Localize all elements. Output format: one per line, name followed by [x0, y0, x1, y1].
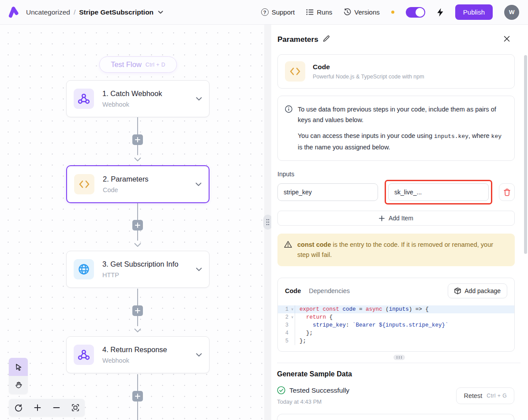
test-flow-button[interactable]: Test Flow Ctrl + D	[99, 56, 177, 73]
inputs-label: Inputs	[277, 171, 521, 178]
add-step-button[interactable]	[132, 305, 143, 316]
code-icon	[74, 174, 94, 194]
versions-button[interactable]: Versions	[344, 8, 380, 16]
pan-hand-tool-button[interactable]	[9, 376, 28, 394]
add-step-button[interactable]	[132, 134, 143, 145]
warning-text: const code is the entry to the code. If …	[297, 240, 507, 260]
avatar[interactable]: W	[504, 5, 519, 20]
zoom-out-icon[interactable]	[49, 400, 64, 415]
node-title: 2. Parameters	[103, 175, 187, 183]
step-type-card: Code Powerful Node.js & TypeScript code …	[277, 54, 515, 89]
test-status-text: Tested Successfully	[289, 387, 349, 394]
toggle-knob	[416, 8, 424, 17]
warning-banner: const code is the entry to the code. If …	[277, 234, 515, 266]
versions-label: Versions	[354, 8, 380, 16]
info-note: To use data from previous steps in your …	[277, 96, 515, 161]
chevron-down-icon[interactable]	[196, 265, 202, 273]
add-package-label: Add package	[464, 287, 501, 294]
package-icon	[454, 287, 461, 294]
node-title: 4. Return Response	[102, 346, 187, 354]
breadcrumb-category[interactable]: Uncategorized	[26, 8, 70, 16]
arrow-down-icon	[134, 326, 142, 334]
node-catch-webhook[interactable]: 1. Catch Webhook Webhook	[66, 80, 210, 117]
node-subtitle: Webhook	[102, 101, 187, 108]
breadcrumb-separator: /	[74, 8, 75, 16]
plus-icon	[379, 216, 385, 221]
arrow-down-icon	[134, 241, 142, 249]
flow-menu-chevron-icon[interactable]	[158, 11, 163, 14]
breadcrumb: Uncategorized / Stripe GetSubscription	[26, 8, 163, 16]
runs-button[interactable]: Runs	[306, 8, 332, 16]
step-type-title: Code	[313, 63, 424, 71]
tab-code[interactable]: Code	[285, 287, 301, 294]
test-flow-shortcut: Ctrl + D	[146, 62, 165, 68]
flow-canvas[interactable]: Test Flow Ctrl + D 1. Catch Webhook Webh…	[0, 25, 264, 420]
add-item-button[interactable]: Add Item	[277, 211, 515, 226]
retest-shortcut: Ctrl + G	[487, 393, 507, 399]
delete-input-button[interactable]	[499, 183, 515, 201]
support-label: Support	[272, 8, 295, 16]
panel-split-grip-icon[interactable]	[393, 355, 405, 360]
node-title: 1. Catch Webhook	[102, 89, 187, 98]
zoom-in-icon[interactable]	[30, 400, 45, 415]
webhook-icon	[74, 345, 94, 365]
code-editor-card: Code Dependencies Add package 1∨export c…	[277, 278, 515, 352]
warning-triangle-icon	[284, 241, 292, 260]
input-key-value-row	[277, 180, 515, 204]
output-card: Output	[277, 414, 514, 420]
select-tool-button[interactable]	[9, 358, 28, 376]
add-package-button[interactable]: Add package	[448, 283, 507, 298]
step-type-subtitle: Powerful Node.js & TypeScript code with …	[313, 74, 424, 80]
bolt-icon[interactable]	[437, 8, 444, 17]
test-flow-label: Test Flow	[111, 60, 142, 69]
node-parameters[interactable]: 2. Parameters Code	[66, 165, 210, 203]
publish-button[interactable]: Publish	[455, 4, 493, 20]
add-step-button[interactable]	[132, 220, 143, 230]
chevron-down-icon[interactable]	[196, 351, 202, 359]
runs-label: Runs	[317, 8, 332, 16]
code-lines[interactable]: 1∨export const code = async (inputs) => …	[278, 303, 514, 345]
tab-dependencies[interactable]: Dependencies	[309, 287, 350, 294]
step-settings-panel: Parameters Code Powerful Node.js & TypeS…	[271, 25, 528, 420]
info-icon	[285, 105, 292, 152]
support-button[interactable]: ? Support	[261, 8, 295, 16]
add-step-button[interactable]	[132, 391, 143, 401]
node-get-subscription-info[interactable]: 3. Get Subscription Info HTTP	[66, 251, 210, 288]
arrow-down-icon	[134, 155, 142, 163]
canvas-zoom-toolbar	[9, 399, 85, 416]
reset-view-icon[interactable]	[11, 400, 26, 415]
highlight-red-box	[385, 180, 492, 204]
app-logo-icon[interactable]	[8, 6, 20, 18]
input-key-field[interactable]	[277, 183, 378, 201]
versions-history-icon	[344, 8, 351, 16]
chevron-down-icon[interactable]	[195, 180, 202, 188]
node-return-response[interactable]: 4. Return Response Webhook	[66, 336, 210, 373]
close-panel-icon[interactable]	[504, 36, 510, 44]
globe-icon	[74, 259, 94, 279]
node-subtitle: HTTP	[102, 271, 187, 279]
rename-pencil-icon[interactable]	[323, 35, 330, 44]
test-timestamp: Today at 4:43 PM	[277, 398, 349, 405]
panel-scrollbar[interactable]	[524, 55, 527, 254]
pointer-tool-group	[9, 358, 28, 394]
flow-enabled-toggle[interactable]	[406, 7, 425, 18]
help-icon: ?	[261, 8, 269, 16]
generate-sample-data-section: Generate Sample Data Tested Successfully…	[277, 363, 521, 420]
status-dot	[391, 11, 394, 14]
fit-view-icon[interactable]	[68, 400, 83, 415]
panel-resizer[interactable]	[264, 25, 271, 420]
flow-name[interactable]: Stripe GetSubscription	[79, 8, 154, 16]
info-paragraph-2: You can access these inputs in your code…	[298, 130, 506, 152]
node-title: 3. Get Subscription Info	[102, 260, 187, 268]
top-header: Uncategorized / Stripe GetSubscription ?…	[0, 0, 528, 25]
input-value-field[interactable]	[388, 183, 489, 201]
node-subtitle: Code	[103, 186, 187, 193]
chevron-down-icon[interactable]	[196, 95, 202, 103]
code-icon	[285, 61, 305, 82]
generate-sample-data-title: Generate Sample Data	[277, 370, 521, 378]
webhook-icon	[74, 89, 94, 109]
retest-button[interactable]: Retest Ctrl + G	[456, 387, 514, 404]
info-paragraph-1: To use data from previous steps in your …	[298, 104, 506, 125]
retest-label: Retest	[464, 392, 482, 399]
check-circle-icon	[277, 386, 285, 394]
